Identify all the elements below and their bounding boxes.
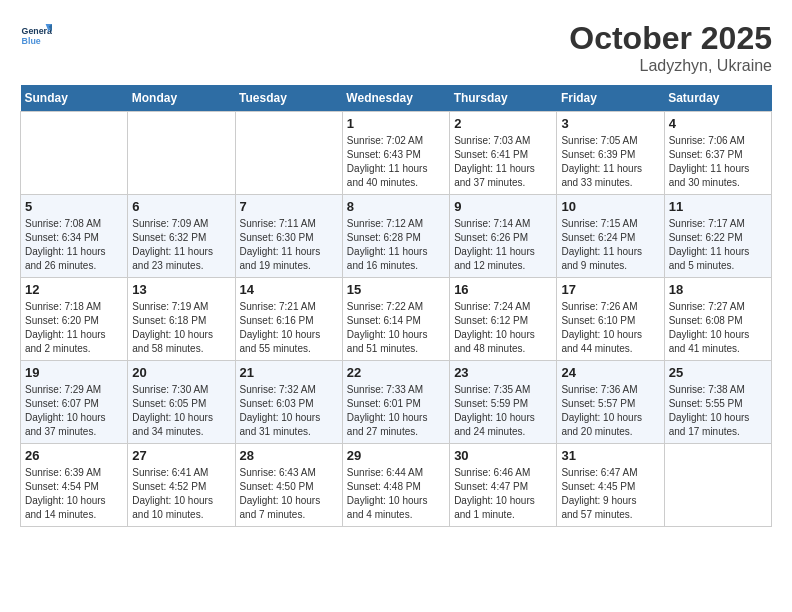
day-number: 25	[669, 365, 767, 380]
calendar-cell: 17Sunrise: 7:26 AM Sunset: 6:10 PM Dayli…	[557, 278, 664, 361]
day-number: 12	[25, 282, 123, 297]
calendar-cell: 4Sunrise: 7:06 AM Sunset: 6:37 PM Daylig…	[664, 112, 771, 195]
calendar-cell: 23Sunrise: 7:35 AM Sunset: 5:59 PM Dayli…	[450, 361, 557, 444]
day-number: 3	[561, 116, 659, 131]
day-info: Sunrise: 7:29 AM Sunset: 6:07 PM Dayligh…	[25, 383, 123, 439]
day-number: 30	[454, 448, 552, 463]
day-number: 7	[240, 199, 338, 214]
calendar-cell: 28Sunrise: 6:43 AM Sunset: 4:50 PM Dayli…	[235, 444, 342, 527]
day-info: Sunrise: 7:08 AM Sunset: 6:34 PM Dayligh…	[25, 217, 123, 273]
calendar-cell	[21, 112, 128, 195]
calendar-cell: 26Sunrise: 6:39 AM Sunset: 4:54 PM Dayli…	[21, 444, 128, 527]
day-info: Sunrise: 7:11 AM Sunset: 6:30 PM Dayligh…	[240, 217, 338, 273]
calendar-cell: 9Sunrise: 7:14 AM Sunset: 6:26 PM Daylig…	[450, 195, 557, 278]
calendar-cell: 20Sunrise: 7:30 AM Sunset: 6:05 PM Dayli…	[128, 361, 235, 444]
day-info: Sunrise: 7:17 AM Sunset: 6:22 PM Dayligh…	[669, 217, 767, 273]
day-number: 20	[132, 365, 230, 380]
calendar-cell: 25Sunrise: 7:38 AM Sunset: 5:55 PM Dayli…	[664, 361, 771, 444]
weekday-header-row: SundayMondayTuesdayWednesdayThursdayFrid…	[21, 85, 772, 112]
day-info: Sunrise: 7:38 AM Sunset: 5:55 PM Dayligh…	[669, 383, 767, 439]
weekday-header-saturday: Saturday	[664, 85, 771, 112]
calendar-cell: 12Sunrise: 7:18 AM Sunset: 6:20 PM Dayli…	[21, 278, 128, 361]
day-number: 11	[669, 199, 767, 214]
logo: General Blue	[20, 20, 52, 52]
calendar-week-2: 5Sunrise: 7:08 AM Sunset: 6:34 PM Daylig…	[21, 195, 772, 278]
day-number: 26	[25, 448, 123, 463]
calendar-cell: 2Sunrise: 7:03 AM Sunset: 6:41 PM Daylig…	[450, 112, 557, 195]
calendar-cell: 3Sunrise: 7:05 AM Sunset: 6:39 PM Daylig…	[557, 112, 664, 195]
calendar-cell: 14Sunrise: 7:21 AM Sunset: 6:16 PM Dayli…	[235, 278, 342, 361]
day-info: Sunrise: 7:26 AM Sunset: 6:10 PM Dayligh…	[561, 300, 659, 356]
weekday-header-friday: Friday	[557, 85, 664, 112]
day-number: 16	[454, 282, 552, 297]
calendar-table: SundayMondayTuesdayWednesdayThursdayFrid…	[20, 85, 772, 527]
calendar-cell: 5Sunrise: 7:08 AM Sunset: 6:34 PM Daylig…	[21, 195, 128, 278]
day-info: Sunrise: 7:18 AM Sunset: 6:20 PM Dayligh…	[25, 300, 123, 356]
day-number: 10	[561, 199, 659, 214]
day-info: Sunrise: 6:41 AM Sunset: 4:52 PM Dayligh…	[132, 466, 230, 522]
calendar-cell: 24Sunrise: 7:36 AM Sunset: 5:57 PM Dayli…	[557, 361, 664, 444]
day-number: 1	[347, 116, 445, 131]
day-info: Sunrise: 7:09 AM Sunset: 6:32 PM Dayligh…	[132, 217, 230, 273]
calendar-cell: 11Sunrise: 7:17 AM Sunset: 6:22 PM Dayli…	[664, 195, 771, 278]
logo-icon: General Blue	[20, 20, 52, 52]
day-info: Sunrise: 7:30 AM Sunset: 6:05 PM Dayligh…	[132, 383, 230, 439]
weekday-header-thursday: Thursday	[450, 85, 557, 112]
day-number: 31	[561, 448, 659, 463]
weekday-header-tuesday: Tuesday	[235, 85, 342, 112]
calendar-cell: 21Sunrise: 7:32 AM Sunset: 6:03 PM Dayli…	[235, 361, 342, 444]
day-info: Sunrise: 7:22 AM Sunset: 6:14 PM Dayligh…	[347, 300, 445, 356]
calendar-cell: 27Sunrise: 6:41 AM Sunset: 4:52 PM Dayli…	[128, 444, 235, 527]
page-header: General Blue October 2025 Ladyzhyn, Ukra…	[20, 20, 772, 75]
day-info: Sunrise: 6:44 AM Sunset: 4:48 PM Dayligh…	[347, 466, 445, 522]
calendar-cell: 13Sunrise: 7:19 AM Sunset: 6:18 PM Dayli…	[128, 278, 235, 361]
day-info: Sunrise: 7:03 AM Sunset: 6:41 PM Dayligh…	[454, 134, 552, 190]
day-info: Sunrise: 6:39 AM Sunset: 4:54 PM Dayligh…	[25, 466, 123, 522]
day-info: Sunrise: 7:27 AM Sunset: 6:08 PM Dayligh…	[669, 300, 767, 356]
svg-text:Blue: Blue	[22, 36, 41, 46]
day-info: Sunrise: 6:43 AM Sunset: 4:50 PM Dayligh…	[240, 466, 338, 522]
calendar-cell	[664, 444, 771, 527]
day-number: 13	[132, 282, 230, 297]
calendar-cell: 7Sunrise: 7:11 AM Sunset: 6:30 PM Daylig…	[235, 195, 342, 278]
day-info: Sunrise: 7:05 AM Sunset: 6:39 PM Dayligh…	[561, 134, 659, 190]
day-number: 22	[347, 365, 445, 380]
day-info: Sunrise: 7:14 AM Sunset: 6:26 PM Dayligh…	[454, 217, 552, 273]
day-info: Sunrise: 7:35 AM Sunset: 5:59 PM Dayligh…	[454, 383, 552, 439]
calendar-cell: 16Sunrise: 7:24 AM Sunset: 6:12 PM Dayli…	[450, 278, 557, 361]
day-number: 23	[454, 365, 552, 380]
day-number: 5	[25, 199, 123, 214]
day-info: Sunrise: 7:02 AM Sunset: 6:43 PM Dayligh…	[347, 134, 445, 190]
calendar-cell: 10Sunrise: 7:15 AM Sunset: 6:24 PM Dayli…	[557, 195, 664, 278]
day-info: Sunrise: 7:06 AM Sunset: 6:37 PM Dayligh…	[669, 134, 767, 190]
location: Ladyzhyn, Ukraine	[569, 57, 772, 75]
weekday-header-wednesday: Wednesday	[342, 85, 449, 112]
day-number: 6	[132, 199, 230, 214]
day-number: 2	[454, 116, 552, 131]
weekday-header-sunday: Sunday	[21, 85, 128, 112]
title-block: October 2025 Ladyzhyn, Ukraine	[569, 20, 772, 75]
day-number: 28	[240, 448, 338, 463]
calendar-cell: 19Sunrise: 7:29 AM Sunset: 6:07 PM Dayli…	[21, 361, 128, 444]
day-info: Sunrise: 7:15 AM Sunset: 6:24 PM Dayligh…	[561, 217, 659, 273]
day-number: 15	[347, 282, 445, 297]
day-info: Sunrise: 7:19 AM Sunset: 6:18 PM Dayligh…	[132, 300, 230, 356]
calendar-cell: 31Sunrise: 6:47 AM Sunset: 4:45 PM Dayli…	[557, 444, 664, 527]
day-info: Sunrise: 7:24 AM Sunset: 6:12 PM Dayligh…	[454, 300, 552, 356]
weekday-header-monday: Monday	[128, 85, 235, 112]
day-number: 19	[25, 365, 123, 380]
day-number: 21	[240, 365, 338, 380]
day-number: 24	[561, 365, 659, 380]
month-title: October 2025	[569, 20, 772, 57]
calendar-cell: 18Sunrise: 7:27 AM Sunset: 6:08 PM Dayli…	[664, 278, 771, 361]
day-info: Sunrise: 7:12 AM Sunset: 6:28 PM Dayligh…	[347, 217, 445, 273]
calendar-cell: 15Sunrise: 7:22 AM Sunset: 6:14 PM Dayli…	[342, 278, 449, 361]
day-number: 27	[132, 448, 230, 463]
calendar-cell: 29Sunrise: 6:44 AM Sunset: 4:48 PM Dayli…	[342, 444, 449, 527]
calendar-week-3: 12Sunrise: 7:18 AM Sunset: 6:20 PM Dayli…	[21, 278, 772, 361]
day-number: 9	[454, 199, 552, 214]
day-info: Sunrise: 6:47 AM Sunset: 4:45 PM Dayligh…	[561, 466, 659, 522]
calendar-cell: 1Sunrise: 7:02 AM Sunset: 6:43 PM Daylig…	[342, 112, 449, 195]
calendar-cell	[128, 112, 235, 195]
calendar-week-4: 19Sunrise: 7:29 AM Sunset: 6:07 PM Dayli…	[21, 361, 772, 444]
